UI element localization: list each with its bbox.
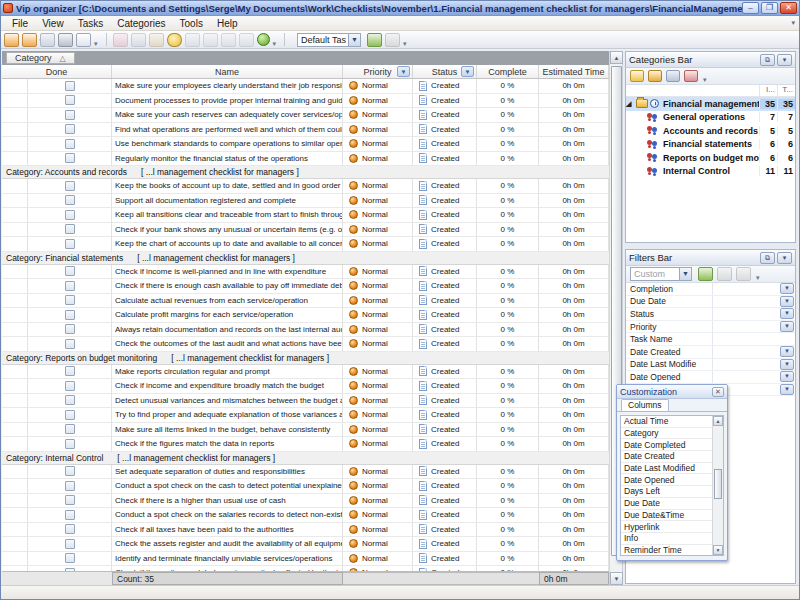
done-checkbox[interactable] bbox=[65, 81, 75, 91]
filter-dropdown-icon[interactable]: ▼ bbox=[780, 308, 794, 319]
task-row[interactable]: Conduct a spot check on the salaries rec… bbox=[2, 508, 609, 523]
column-list-item[interactable]: Due Date&Time bbox=[621, 510, 712, 522]
done-checkbox[interactable] bbox=[65, 481, 75, 491]
filter-dropdown-icon[interactable]: ▼ bbox=[780, 283, 794, 294]
tree-root-checklist[interactable]: ◢Financial management checklist fo3535 bbox=[626, 97, 795, 111]
new-task-icon[interactable] bbox=[4, 33, 19, 47]
task-name-cell[interactable]: Use benchmark standards to compare opera… bbox=[112, 137, 343, 152]
task-row[interactable]: Check if income is well-planned and in l… bbox=[2, 265, 609, 280]
tree-expander-icon[interactable]: ◢ bbox=[626, 100, 634, 108]
apply-filter-icon[interactable] bbox=[698, 267, 713, 281]
tree-category-item[interactable]: Reports on budget monitoring66 bbox=[626, 151, 795, 165]
task-filter-combobox[interactable]: Default Tas ▼ bbox=[297, 33, 361, 47]
task-row[interactable]: Keep the books of account up to date, se… bbox=[2, 179, 609, 194]
done-checkbox[interactable] bbox=[65, 339, 75, 349]
done-checkbox[interactable] bbox=[65, 210, 75, 220]
new-category-icon[interactable] bbox=[648, 70, 662, 82]
task-row[interactable]: Make sure your cash reserves can adequat… bbox=[2, 108, 609, 123]
task-row[interactable]: Check if your bank shows any unusual or … bbox=[2, 223, 609, 238]
filter-row-due-date[interactable]: Due Date▼ bbox=[626, 296, 795, 309]
title-bar[interactable]: Vip organizer [C:\Documents and Settings… bbox=[1, 1, 799, 16]
filter-row-date-created[interactable]: Date Created▼ bbox=[626, 346, 795, 359]
task-name-cell[interactable]: Make sure all items linked in the budget… bbox=[112, 423, 343, 438]
task-name-cell[interactable]: Check if income and expenditure broadly … bbox=[112, 379, 343, 394]
done-checkbox[interactable] bbox=[65, 110, 75, 120]
done-checkbox[interactable] bbox=[65, 124, 75, 134]
task-name-cell[interactable]: Check if there is a higher than usual us… bbox=[112, 494, 343, 509]
apply-filter-icon[interactable] bbox=[367, 33, 382, 47]
filter-value-field[interactable] bbox=[712, 308, 780, 320]
task-name-cell[interactable]: Support all documentation registered and… bbox=[112, 194, 343, 209]
filter-value-field[interactable] bbox=[712, 283, 780, 295]
filter-row-date-opened[interactable]: Date Opened▼ bbox=[626, 371, 795, 384]
column-header-status[interactable]: Status▼ bbox=[413, 65, 477, 78]
done-checkbox[interactable] bbox=[65, 95, 75, 105]
delete-task-icon[interactable] bbox=[113, 33, 128, 47]
column-list-item[interactable]: Date Opened bbox=[621, 474, 712, 486]
task-name-cell[interactable]: Document processes to provide proper int… bbox=[112, 94, 343, 109]
task-name-cell[interactable]: Conduct a spot check on the cash to dete… bbox=[112, 479, 343, 494]
task-row[interactable]: Document processes to provide proper int… bbox=[2, 94, 609, 109]
done-checkbox[interactable] bbox=[65, 266, 75, 276]
done-checkbox[interactable] bbox=[65, 410, 75, 420]
task-name-cell[interactable]: Regularly monitor the financial status o… bbox=[112, 152, 343, 167]
filter-value-field[interactable] bbox=[712, 321, 780, 333]
done-checkbox[interactable] bbox=[65, 295, 75, 305]
task-row[interactable]: Check if there is enough cash available … bbox=[2, 279, 609, 294]
column-list-item[interactable]: Info bbox=[621, 533, 712, 545]
task-row[interactable]: Calculate profit margins for each servic… bbox=[2, 308, 609, 323]
column-list-item[interactable]: Date Completed bbox=[621, 439, 712, 451]
task-name-cell[interactable]: Make sure your employees clearly underst… bbox=[112, 79, 343, 94]
done-checkbox[interactable] bbox=[65, 139, 75, 149]
done-checkbox[interactable] bbox=[65, 239, 75, 249]
column-list-item[interactable]: Date Last Modified bbox=[621, 463, 712, 475]
task-row[interactable]: Check the assets register and audit the … bbox=[2, 537, 609, 552]
task-row[interactable]: Find what operations are performed well … bbox=[2, 123, 609, 138]
menu-tasks[interactable]: Tasks bbox=[71, 16, 111, 30]
task-row[interactable]: Conduct a spot check on the cash to dete… bbox=[2, 479, 609, 494]
task-name-cell[interactable]: Try to find proper and adequate explanat… bbox=[112, 408, 343, 423]
customization-scrollbar[interactable]: ▲ ▼ bbox=[712, 416, 723, 555]
task-row[interactable]: Make sure all items linked in the budget… bbox=[2, 423, 609, 438]
filter-value-field[interactable] bbox=[712, 359, 780, 371]
done-checkbox[interactable] bbox=[65, 153, 75, 163]
column-filter-dropdown-icon[interactable]: ▼ bbox=[461, 66, 474, 77]
task-row[interactable]: Check the outcomes of the last audit and… bbox=[2, 337, 609, 352]
done-checkbox[interactable] bbox=[65, 381, 75, 391]
column-header-name[interactable]: Name bbox=[112, 65, 343, 78]
close-icon[interactable]: ✕ bbox=[712, 387, 724, 397]
group-by-category-button[interactable]: Category △ bbox=[6, 52, 75, 64]
done-checkbox[interactable] bbox=[65, 539, 75, 549]
menu-categories[interactable]: Categories bbox=[110, 16, 172, 30]
menu-file[interactable]: File bbox=[5, 16, 35, 30]
done-checkbox[interactable] bbox=[65, 324, 75, 334]
print-preview-icon[interactable] bbox=[76, 33, 91, 47]
done-checkbox[interactable] bbox=[65, 195, 75, 205]
toolbar-overflow-icon[interactable]: ▾ bbox=[272, 40, 279, 48]
menu-help[interactable]: Help bbox=[210, 16, 245, 30]
new-checklist-icon[interactable] bbox=[630, 70, 644, 82]
task-row[interactable]: Set adequate separation of duties and re… bbox=[2, 465, 609, 480]
task-name-cell[interactable]: Detect unusual variances and mismatches … bbox=[112, 394, 343, 409]
done-checkbox[interactable] bbox=[65, 181, 75, 191]
priority-icon[interactable] bbox=[257, 33, 270, 46]
task-name-cell[interactable]: Check the assets register and audit the … bbox=[112, 537, 343, 552]
menu-overflow-chevron[interactable]: ▾ bbox=[791, 19, 795, 27]
undock-panel-icon[interactable]: ⧉ bbox=[760, 252, 775, 264]
column-list-item[interactable]: Actual Time bbox=[621, 416, 712, 428]
delete-filter-icon[interactable] bbox=[736, 267, 751, 281]
menu-view[interactable]: View bbox=[35, 16, 71, 30]
task-name-cell[interactable]: Check if income is well-planned and in l… bbox=[112, 265, 343, 280]
task-row[interactable]: Use benchmark standards to compare opera… bbox=[2, 137, 609, 152]
move-down-icon[interactable] bbox=[203, 33, 218, 47]
toolbar-overflow-icon[interactable]: ▾ bbox=[402, 40, 409, 48]
column-list-item[interactable]: Reminder Time bbox=[621, 545, 712, 555]
category-group-row[interactable]: Category: Accounts and records[ ...l man… bbox=[2, 166, 609, 179]
done-checkbox[interactable] bbox=[65, 366, 75, 376]
view-task-icon[interactable] bbox=[167, 33, 182, 47]
column-header-priority[interactable]: Priority▼ bbox=[343, 65, 413, 78]
task-row[interactable]: Identify and terminate financially unvia… bbox=[2, 552, 609, 567]
tree-category-item[interactable]: Financial statements66 bbox=[626, 138, 795, 152]
task-row[interactable]: Check if the figures match the data in r… bbox=[2, 437, 609, 452]
task-row[interactable]: Calculate actual revenues from each serv… bbox=[2, 294, 609, 309]
